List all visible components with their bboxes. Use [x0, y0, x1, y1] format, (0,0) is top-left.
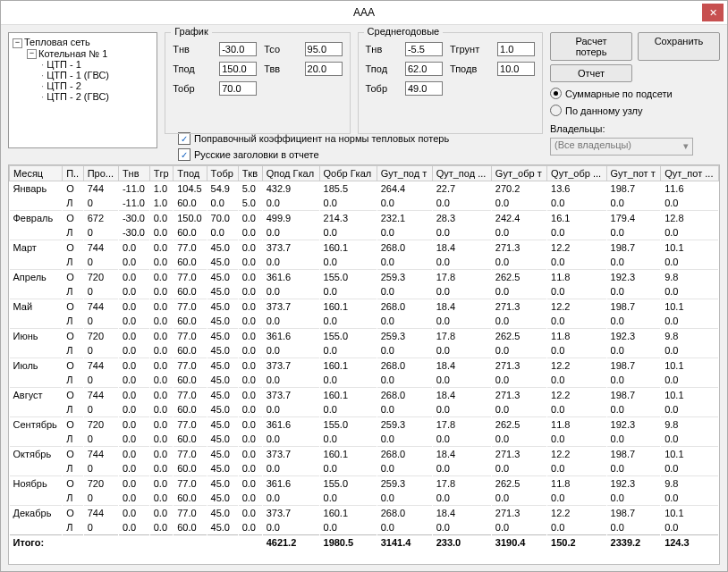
column-header[interactable]: Tкв: [238, 166, 262, 181]
table-row[interactable]: Л00.00.060.045.00.00.00.00.00.00.00.00.0…: [10, 520, 719, 535]
column-header[interactable]: Gут_под т: [377, 166, 432, 181]
table-row[interactable]: Л00.00.060.045.00.00.00.00.00.00.00.00.0…: [10, 432, 719, 447]
table-row[interactable]: АвгустО7440.00.077.045.00.0373.7160.1268…: [10, 388, 719, 403]
window-title: AAA: [353, 6, 375, 19]
table-row[interactable]: ИюньО7200.00.077.045.00.0361.6155.0259.3…: [10, 329, 719, 344]
table-row[interactable]: Л00.00.060.045.00.00.00.00.00.00.00.00.0…: [10, 491, 719, 506]
checkbox-icon: [178, 132, 190, 145]
table-row[interactable]: ДекабрьО7440.00.077.045.00.0373.7160.126…: [10, 506, 719, 521]
input-tpod[interactable]: [219, 62, 257, 76]
input-s-tpod[interactable]: [405, 62, 443, 76]
table-row[interactable]: Л00.00.060.045.00.00.00.00.00.00.00.00.0…: [10, 373, 719, 388]
table-row[interactable]: Л00.00.060.045.00.00.00.00.00.00.00.00.0…: [10, 461, 719, 476]
tree-item[interactable]: ЦТП - 2 (ГВС): [13, 91, 153, 102]
results-table[interactable]: МесяцП..Про...TнвTгрTподTобрTквQпод Гкал…: [8, 164, 720, 565]
calc-loss-button[interactable]: Расчет потерь: [550, 32, 632, 61]
label-tgrunt: Тгрунт: [450, 44, 490, 55]
table-row[interactable]: Л00.00.060.045.00.00.00.00.00.00.00.00.0…: [10, 284, 719, 299]
table-row[interactable]: НоябрьО7200.00.077.045.00.0361.6155.0259…: [10, 476, 719, 492]
report-button[interactable]: Отчет: [550, 64, 632, 82]
column-header[interactable]: Qпод Гкал: [262, 166, 319, 181]
radio-icon: [550, 105, 562, 116]
save-button[interactable]: Сохранить: [638, 32, 720, 61]
close-icon[interactable]: ✕: [702, 4, 724, 21]
label-tso: Тсо: [264, 44, 297, 55]
label-s-tnv: Тнв: [366, 44, 398, 55]
table-row[interactable]: АпрельО7200.00.077.045.00.0361.6155.0259…: [10, 270, 719, 285]
radio-icon: [550, 88, 562, 99]
table-row[interactable]: Л00.00.060.045.00.00.00.00.00.00.00.00.0…: [10, 314, 719, 329]
label-tvv: Твв: [264, 63, 297, 74]
column-header[interactable]: Qут_обр ...: [547, 166, 606, 181]
input-tpodv[interactable]: [497, 62, 535, 76]
input-s-tnv[interactable]: [405, 42, 443, 56]
tree-item[interactable]: ЦТП - 1 (ГВС): [13, 70, 153, 80]
expander-icon[interactable]: −: [27, 49, 37, 59]
expander-icon[interactable]: −: [13, 38, 22, 48]
input-s-tobr[interactable]: [405, 81, 443, 96]
table-row[interactable]: МартО7440.00.077.045.00.0373.7160.1268.0…: [10, 240, 719, 256]
column-header[interactable]: Tнв: [118, 166, 149, 181]
table-row[interactable]: МайО7440.00.077.045.00.0373.7160.1268.01…: [10, 299, 719, 315]
label-tobr: Тобр: [173, 83, 212, 94]
column-header[interactable]: Qут_пот ...: [661, 166, 719, 181]
column-header[interactable]: Tпод: [174, 166, 207, 181]
table-row[interactable]: ФевральО672-30.00.0150.070.00.0499.9214.…: [10, 211, 719, 226]
table-row[interactable]: Л00.00.060.045.00.00.00.00.00.00.00.00.0…: [10, 343, 719, 358]
table-row[interactable]: ИюльО7440.00.077.045.00.0373.7160.1268.0…: [10, 358, 719, 374]
tree-boiler[interactable]: −Котельная № 1: [13, 48, 153, 60]
input-tso[interactable]: [305, 42, 343, 56]
table-row[interactable]: ОктябрьО7440.00.077.045.00.0373.7160.126…: [10, 447, 719, 462]
column-header[interactable]: Gут_пот т: [606, 166, 661, 181]
input-tnv[interactable]: [219, 42, 257, 56]
grafik-group: График Тнв Тсо Тпод Твв Тобр: [165, 32, 350, 134]
table-row[interactable]: Л0-11.01.060.00.05.00.00.00.00.00.00.00.…: [10, 196, 719, 211]
label-s-tpod: Тпод: [366, 63, 398, 74]
table-row[interactable]: Л00.00.060.045.00.00.00.00.00.00.00.00.0…: [10, 402, 719, 417]
sredne-group: Среднегодовые Тнв Тгрунт Тпод Тподв Тобр: [358, 32, 543, 134]
grafik-legend: График: [171, 26, 212, 37]
table-row[interactable]: СентябрьО7200.00.077.045.00.0361.6155.02…: [10, 417, 719, 433]
column-header[interactable]: Tобр: [207, 166, 238, 181]
tree-root[interactable]: −Тепловая сеть: [13, 37, 153, 48]
network-tree[interactable]: −Тепловая сеть −Котельная № 1 ЦТП - 1 ЦТ…: [8, 32, 157, 148]
table-row[interactable]: Л0-30.00.060.00.00.00.00.00.00.00.00.00.…: [10, 225, 719, 240]
tree-item[interactable]: ЦТП - 1: [13, 59, 153, 70]
column-header[interactable]: Tгр: [149, 166, 173, 181]
table-total-row: Итого:4621.21980.53141.4233.03190.4150.2…: [10, 535, 719, 551]
radio-summary[interactable]: Суммарные по подсети: [550, 88, 720, 99]
table-row[interactable]: ЯнварьО744-11.01.0104.554.95.0432.9185.5…: [10, 181, 719, 197]
column-header[interactable]: Qобр Гкал: [319, 166, 377, 181]
column-header[interactable]: Qут_под ...: [432, 166, 491, 181]
sredne-legend: Среднегодовые: [364, 26, 444, 37]
column-header[interactable]: П..: [63, 166, 84, 181]
column-header[interactable]: Gут_обр т: [491, 166, 546, 181]
label-s-tobr: Тобр: [366, 83, 398, 94]
input-tvv[interactable]: [305, 62, 343, 76]
checkbox-icon: [178, 148, 190, 161]
column-header[interactable]: Месяц: [10, 166, 63, 181]
titlebar: AAA ✕: [1, 1, 727, 25]
input-tgrunt[interactable]: [497, 42, 535, 56]
label-tnv: Тнв: [173, 44, 212, 55]
column-header[interactable]: Про...: [83, 166, 118, 181]
table-row[interactable]: Л00.00.060.045.00.00.00.00.00.00.00.00.0…: [10, 255, 719, 270]
input-tobr[interactable]: [219, 81, 257, 96]
owners-select[interactable]: (Все владельцы): [550, 138, 693, 156]
radio-node[interactable]: По данному узлу: [550, 105, 720, 116]
label-tpod: Тпод: [173, 63, 212, 74]
label-tpodv: Тподв: [450, 63, 490, 74]
tree-item[interactable]: ЦТП - 2: [13, 80, 153, 91]
